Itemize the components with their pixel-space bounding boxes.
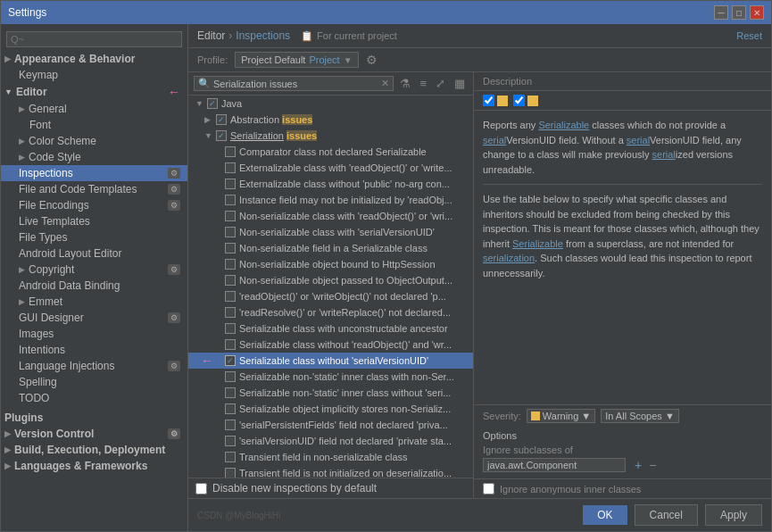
tree-item-nonser2[interactable]: Non-serializable class with 'serialVersi… xyxy=(188,224,473,240)
sidebar-item-keymap[interactable]: Keymap xyxy=(1,67,187,83)
scope-dropdown[interactable]: In All Scopes ▼ xyxy=(601,409,679,423)
breadcrumb-editor[interactable]: Editor xyxy=(197,29,225,42)
tree-checkbox-readobject[interactable] xyxy=(225,291,236,302)
cancel-button[interactable]: Cancel xyxy=(635,504,698,526)
tree-item-transient1[interactable]: Transient field in non-serializable clas… xyxy=(188,449,473,465)
tree-checkbox-nonser-http[interactable] xyxy=(225,259,236,270)
tree-checkbox-ser-implicit[interactable] xyxy=(225,403,236,414)
profile-gear-icon[interactable]: ⚙ xyxy=(366,53,378,67)
tree-checkbox-abstraction[interactable] xyxy=(216,114,227,125)
tree-item-readresolve[interactable]: 'readResolve()' or 'writeReplace()' not … xyxy=(188,304,473,320)
tree-item-serialization[interactable]: ▼ Serialization issues xyxy=(188,128,473,144)
tree-checkbox-nonser1[interactable] xyxy=(225,211,236,221)
tree-item-abstraction[interactable]: ▶ Abstraction issues xyxy=(188,112,473,128)
sidebar-search-input[interactable] xyxy=(6,31,182,47)
ok-button[interactable]: OK xyxy=(583,505,627,525)
tree-checkbox-ser-inner1[interactable] xyxy=(225,371,236,382)
sidebar-item-live-templates[interactable]: Live Templates xyxy=(1,213,187,229)
tree-checkbox-ext2[interactable] xyxy=(225,179,236,189)
tree-checkbox-ext1[interactable] xyxy=(225,162,236,173)
tree-checkbox-ser-unconstr[interactable] xyxy=(225,323,236,334)
maximize-button[interactable]: □ xyxy=(732,5,746,20)
tree-item-ser-inner1[interactable]: Serializable non-'static' inner class wi… xyxy=(188,369,473,385)
minimize-button[interactable]: ─ xyxy=(714,5,728,20)
tree-checkbox-transient1[interactable] xyxy=(225,452,236,462)
tree-item-ser-noid[interactable]: Serializable class without 'serialVersio… xyxy=(188,353,473,369)
tree-checkbox-nonser-field[interactable] xyxy=(225,243,236,254)
apply-button[interactable]: Apply xyxy=(705,504,762,526)
tree-checkbox-readresolve[interactable] xyxy=(225,307,236,318)
close-button[interactable]: ✕ xyxy=(750,5,764,20)
tree-item-ser-inner2[interactable]: Serializable non-'static' inner class wi… xyxy=(188,385,473,401)
tree-checkbox-ser-noid[interactable] xyxy=(225,355,236,366)
tree-item-comparator[interactable]: Comparator class not declared Serializab… xyxy=(188,144,473,160)
tree-checkbox-java[interactable] xyxy=(207,98,218,109)
sidebar-item-file-code-templates[interactable]: File and Code Templates ⚙ xyxy=(1,181,187,197)
sidebar-item-language-injections[interactable]: Language Injections ⚙ xyxy=(1,358,187,374)
reset-button[interactable]: Reset xyxy=(736,30,762,41)
sidebar-item-copyright[interactable]: ▶ Copyright ⚙ xyxy=(1,262,187,278)
expand-icon[interactable]: ⤢ xyxy=(433,76,448,91)
sidebar-item-appearance[interactable]: ▶ Appearance & Behavior xyxy=(1,51,187,67)
sidebar-item-version-control[interactable]: ▶ Version Control ⚙ xyxy=(1,426,187,442)
group-icon[interactable]: ▦ xyxy=(452,76,468,91)
sidebar-item-images[interactable]: Images xyxy=(1,326,187,342)
tree-item-ser-implicit[interactable]: Serializable object implicitly stores no… xyxy=(188,401,473,417)
sidebar-item-android-layout[interactable]: Android Layout Editor xyxy=(1,245,187,262)
tree-item-externalizable2[interactable]: Externalizable class without 'public' no… xyxy=(188,176,473,192)
sidebar-item-font[interactable]: Font xyxy=(1,117,187,133)
disable-new-checkbox[interactable] xyxy=(195,483,207,495)
tree-checkbox-ser-noread[interactable] xyxy=(225,339,236,350)
tree-item-java[interactable]: ▼ Java xyxy=(188,96,473,112)
profile-select[interactable]: Project Default Project ▼ xyxy=(235,52,358,68)
tree-checkbox-ser-persist[interactable] xyxy=(225,420,236,430)
tree-item-externalizable1[interactable]: Externalizable class with 'readObject()'… xyxy=(188,160,473,176)
sidebar-item-languages[interactable]: ▶ Languages & Frameworks xyxy=(1,458,187,474)
severity-check-1[interactable] xyxy=(483,95,494,106)
tree-checkbox-comparator[interactable] xyxy=(225,146,236,157)
severity-check-2[interactable] xyxy=(513,95,525,106)
tree-checkbox-ser-inner2[interactable] xyxy=(225,387,236,398)
tree-checkbox-inst[interactable] xyxy=(225,195,236,205)
tree-item-transient2[interactable]: Transient field is not initialized on de… xyxy=(188,465,473,478)
tree-checkbox-nonser2[interactable] xyxy=(225,227,236,237)
sidebar-item-file-encodings[interactable]: File Encodings ⚙ xyxy=(1,197,187,213)
sidebar-item-build[interactable]: ▶ Build, Execution, Deployment xyxy=(1,442,187,458)
sidebar-item-code-style[interactable]: ▶ Code Style xyxy=(1,149,187,165)
search-clear-icon[interactable]: ✕ xyxy=(381,78,389,89)
sidebar-item-file-types[interactable]: File Types xyxy=(1,229,187,245)
search-input[interactable] xyxy=(213,79,381,89)
options-value-input[interactable] xyxy=(483,458,626,472)
tree-item-nonser1[interactable]: Non-serializable class with 'readObject(… xyxy=(188,208,473,224)
tree-item-readobject[interactable]: 'readObject()' or 'writeObject()' not de… xyxy=(188,288,473,304)
sidebar-item-general[interactable]: ▶ General xyxy=(1,101,187,117)
sidebar-item-inspections[interactable]: Inspections ⚙ xyxy=(1,165,187,181)
tree-item-nonser-obj[interactable]: Non-serializable object passed to Object… xyxy=(188,272,473,288)
remove-button[interactable]: − xyxy=(649,458,656,472)
sort-icon[interactable]: ≡ xyxy=(417,76,429,91)
tree-checkbox-ser-uid[interactable] xyxy=(225,436,236,446)
sidebar-item-intentions[interactable]: Intentions xyxy=(1,342,187,358)
tree-checkbox-nonser-obj[interactable] xyxy=(225,275,236,286)
severity-dropdown[interactable]: Warning ▼ xyxy=(527,409,595,423)
sidebar-item-editor[interactable]: ▼ Editor ← xyxy=(1,83,187,101)
sidebar-item-emmet[interactable]: ▶ Emmet xyxy=(1,294,187,310)
sidebar-item-color-scheme[interactable]: ▶ Color Scheme xyxy=(1,133,187,149)
filter-icon[interactable]: ⚗ xyxy=(397,76,413,91)
tree-checkbox-serialization[interactable] xyxy=(216,130,227,141)
breadcrumb-for-current-project[interactable]: For current project xyxy=(317,30,397,41)
tree-item-nonser-http[interactable]: Non-serializable object bound to HttpSes… xyxy=(188,256,473,272)
tree-item-ser-unconstr[interactable]: Serializable class with unconstructable … xyxy=(188,320,473,337)
sidebar-item-gui-designer[interactable]: GUI Designer ⚙ xyxy=(1,310,187,326)
tree-item-ser-noread[interactable]: Serializable class without 'readObject()… xyxy=(188,337,473,353)
sidebar-item-todo[interactable]: TODO xyxy=(1,390,187,406)
sidebar-item-android-data[interactable]: Android Data Binding xyxy=(1,278,187,294)
sidebar-item-plugins[interactable]: Plugins xyxy=(1,410,187,426)
tree-item-ser-uid[interactable]: 'serialVersionUID' field not declared 'p… xyxy=(188,433,473,449)
ignore-anon-checkbox[interactable] xyxy=(483,483,494,495)
breadcrumb-inspections[interactable]: Inspections xyxy=(236,29,290,42)
tree-item-nonser-field[interactable]: Non-serializable field in a Serializable… xyxy=(188,240,473,256)
sidebar-item-spelling[interactable]: Spelling xyxy=(1,374,187,390)
tree-item-ser-persist[interactable]: 'serialPersistentFields' field not decla… xyxy=(188,417,473,433)
tree-item-instance-field[interactable]: Instance field may not be initialized by… xyxy=(188,192,473,208)
